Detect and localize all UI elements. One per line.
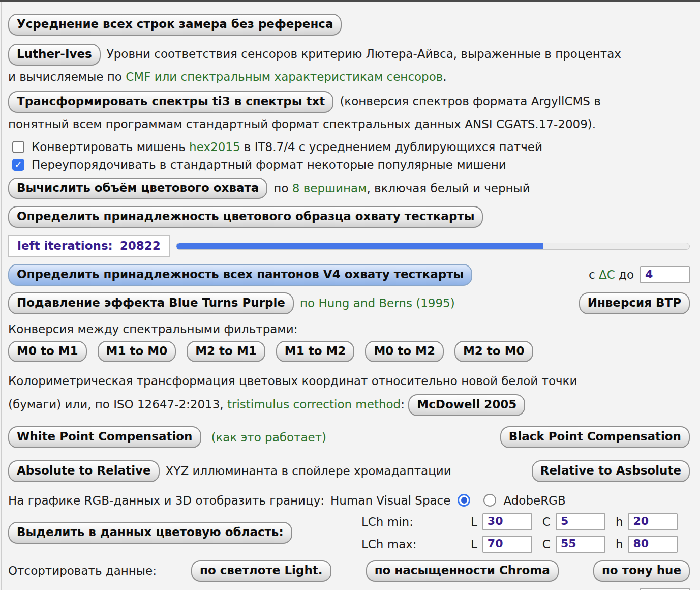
luther-ives-button[interactable]: Luther-Ives [8, 44, 101, 66]
cmf-link[interactable]: CMF или спектральным характеристикам сен… [126, 70, 443, 83]
hex2015-link[interactable]: hex2015 [189, 140, 240, 154]
progress-fill [176, 243, 543, 249]
xyz-note: XYZ иллюминанта в спойлере хромадаптации [166, 464, 451, 478]
filters-title: Конверсия между спектральными фильтрами: [8, 322, 690, 336]
sort-row: Отсортировать данные: по светлоте Light.… [8, 560, 690, 582]
hvs-radio[interactable] [458, 494, 470, 507]
relative-to-absolute-button[interactable]: Relative to Asbsolute [532, 460, 690, 482]
hung-berns-link[interactable]: по Hung and Berns (1995) [300, 297, 455, 310]
pantone-belonging-button[interactable]: Определить принадлежность всех пантонов … [8, 264, 472, 286]
ti3-note-line2: понятный всем программам стандартный фор… [8, 117, 596, 131]
ti3-transform-button[interactable]: Трансформировать спектры ti3 в спектры t… [8, 91, 333, 113]
tristimulus-link[interactable]: tristimulus correction method [227, 398, 401, 411]
convert-target-checkbox[interactable] [12, 141, 24, 153]
mcdowell-button[interactable]: McDowell 2005 [408, 394, 525, 416]
reorder-label: Переупорядочивать в стандартный формат н… [32, 158, 506, 171]
convert-target-label: Конвертировать мишень hex2015 в IT8.7/4 … [32, 140, 542, 154]
sort-by-hue-button[interactable]: по тону hue [593, 560, 690, 582]
progress-bar [176, 243, 690, 250]
filter-m0-to-m2-button[interactable]: M0 to M2 [365, 341, 444, 363]
sort-by-chroma-button[interactable]: по насыщенности Chroma [366, 560, 559, 582]
lch-l-label: L [471, 515, 477, 528]
abs-rel-row: Absolute to Relative XYZ иллюминанта в с… [8, 460, 690, 482]
lch-max-l-input[interactable] [482, 536, 532, 553]
progress-row: left iterations:20822 [8, 235, 690, 257]
lch-max-h-input[interactable] [628, 536, 678, 553]
iterations-box: left iterations:20822 [8, 235, 170, 257]
colorimetric-section: Колориметрическая трансформация цветовых… [8, 369, 690, 416]
lch-c-label2: C [542, 538, 551, 551]
filter-m2-to-m0-button[interactable]: M2 to M0 [454, 341, 533, 363]
lch-min-label: LCh min: [361, 515, 471, 528]
convert-target-text-before: Конвертировать мишень [32, 140, 189, 154]
lch-min-l-input[interactable] [482, 513, 532, 530]
adobergb-label: AdobeRGB [503, 494, 565, 507]
iterations-label: left iterations: [17, 239, 113, 252]
black-point-compensation-button[interactable]: Black Point Compensation [500, 426, 690, 448]
luther-text-line1: Уровни соответствия сенсоров критерию Лю… [107, 47, 621, 61]
colorimetric-colon: : [401, 398, 408, 411]
lch-min-c-input[interactable] [556, 513, 605, 530]
lch-max-label: LCh max: [361, 538, 471, 551]
delta-c-input[interactable] [640, 266, 690, 283]
white-point-compensation-button[interactable]: White Point Compensation [8, 426, 201, 448]
tools-panel: Усреднение всех строк замера без референ… [0, 0, 700, 590]
hvs-label: Human Visual Space [330, 494, 450, 507]
btp-suppress-button[interactable]: Подавление эффекта Blue Turns Purple [8, 292, 294, 314]
btp-invert-button[interactable]: Инверсия BTP [579, 292, 690, 314]
delta-c-label: с ΔC до [589, 268, 634, 281]
luther-text-line2: и вычисляемые по [8, 70, 126, 83]
sample-belonging-button[interactable]: Определить принадлежность цветового обра… [8, 206, 483, 228]
delta-c-link[interactable]: ΔC [599, 268, 615, 281]
filters-row: M0 to M1 M1 to M0 M2 to M1 M1 to M2 M0 t… [8, 341, 690, 363]
lch-max-row: LCh max: L C h [361, 536, 690, 553]
neutral-row: и при сортировке по hue отделить нейтрал… [8, 588, 690, 590]
wpc-row: White Point Compensation (как это работа… [8, 426, 690, 448]
sort-by-lightness-button[interactable]: по светлоте Light. [191, 560, 331, 582]
lch-max-c-input[interactable] [556, 536, 605, 553]
vertices-link[interactable]: 8 вершинам [292, 182, 367, 195]
filter-m2-to-m1-button[interactable]: M2 to M1 [187, 341, 265, 363]
gamut-volume-text-after: , включая белый и черный [367, 182, 530, 195]
reorder-row: Переупорядочивать в стандартный формат н… [8, 158, 690, 171]
luther-ives-section: Luther-IvesУровни соответствия сенсоров … [8, 43, 690, 88]
filter-m1-to-m2-button[interactable]: M1 to M2 [276, 341, 355, 363]
averaging-button[interactable]: Усреднение всех строк замера без референ… [8, 14, 342, 36]
lch-c-label: C [542, 515, 551, 528]
gamut-volume-text-before: по [273, 182, 292, 195]
boundary-row: На графике RGB-данных и 3D отобразить гр… [8, 494, 690, 507]
filter-m0-to-m1-button[interactable]: M0 to M1 [8, 341, 87, 363]
filter-m1-to-m0-button[interactable]: M1 to M0 [98, 341, 176, 363]
delta-c-to-text: до [615, 268, 634, 281]
ti3-note-line1: (конверсия спектров формата ArgyllCMS в [340, 95, 600, 108]
neutral-chroma-input[interactable] [640, 588, 690, 590]
luther-text-period: . [443, 70, 446, 83]
colorimetric-line1: Колориметрическая трансформация цветовых… [8, 369, 690, 393]
lch-min-row: LCh min: L C h [361, 513, 690, 530]
gamut-volume-note: по 8 вершинам, включая белый и черный [273, 182, 530, 195]
colorimetric-line2-text: (бумаги) или, по ISO 12647-2:2013, [8, 398, 227, 411]
adobergb-radio[interactable] [483, 494, 496, 507]
lch-min-h-input[interactable] [628, 513, 678, 530]
delta-c-with-text: с [589, 268, 599, 281]
gamut-volume-row: Вычислить объём цветового охвата по 8 ве… [8, 178, 690, 199]
lch-block: Выделить в данных цветовую область: LCh … [8, 513, 690, 553]
boundary-label: На графике RGB-данных и 3D отобразить гр… [8, 494, 324, 507]
iterations-value: 20822 [120, 239, 161, 252]
convert-target-text-after: в IT8.7/4 с усреднением дублирующихся па… [240, 140, 542, 154]
gamut-volume-button[interactable]: Вычислить объём цветового охвата [8, 178, 267, 199]
reorder-checkbox[interactable] [12, 159, 24, 171]
ti3-section: Трансформировать спектры ti3 в спектры t… [8, 90, 690, 135]
how-it-works-link[interactable]: (как это работает) [211, 431, 327, 444]
sort-label: Отсортировать данные: [8, 564, 157, 577]
btp-row: Подавление эффекта Blue Turns Purple по … [8, 292, 690, 314]
lch-h-label: h [616, 515, 623, 528]
lch-l-label2: L [471, 538, 477, 551]
lch-h-label2: h [616, 538, 623, 551]
select-color-region-button[interactable]: Выделить в данных цветовую область: [8, 522, 292, 544]
pantone-row: Определить принадлежность всех пантонов … [8, 264, 690, 286]
absolute-to-relative-button[interactable]: Absolute to Relative [8, 460, 160, 482]
convert-target-row: Конвертировать мишень hex2015 в IT8.7/4 … [8, 140, 690, 154]
